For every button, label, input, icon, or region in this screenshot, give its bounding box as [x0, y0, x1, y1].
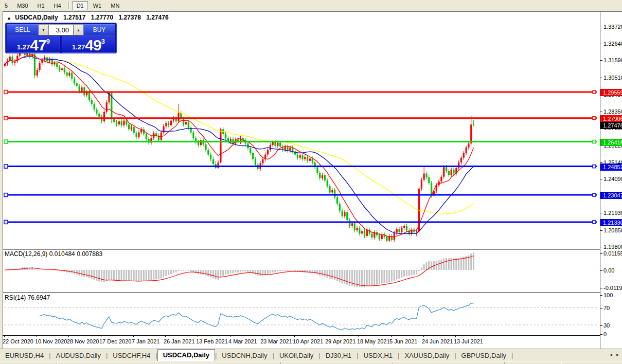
- date-label: 28 Nov 2020: [67, 338, 99, 344]
- date-tick: [327, 335, 327, 337]
- chart-tab-ukoil-daily[interactable]: UKOil,Daily: [274, 350, 318, 361]
- macd-signal-line: [5, 256, 474, 286]
- macd-tick-label: 0.00: [603, 267, 614, 274]
- price-tick: [600, 162, 602, 163]
- price-axis[interactable]: 1.337201.326401.315901.305101.294301.283…: [600, 11, 622, 349]
- chart-tab-usdcnh-daily[interactable]: USDCNH,Daily: [217, 350, 272, 361]
- date-tick: [391, 335, 392, 337]
- ohlc-high: 1.27770: [91, 14, 113, 21]
- macd-tick: [600, 270, 602, 271]
- buy-price-display[interactable]: 1.27 49 3: [62, 37, 115, 53]
- date-tick: [294, 335, 295, 337]
- rsi-tick: [600, 325, 602, 326]
- rsi-tick-label: 30: [603, 322, 610, 329]
- date-label: 13 Feb 2021: [196, 338, 228, 344]
- date-label: 13 Jul 2021: [454, 338, 483, 344]
- date-tick: [68, 335, 69, 337]
- buy-price-prefix: 1.27: [72, 43, 85, 51]
- ma-20-line: [5, 57, 474, 234]
- ma-50-line: [5, 57, 474, 214]
- macd-tick-label: 0.011551: [603, 250, 622, 257]
- status-bar: [0, 361, 622, 364]
- rsi-canvas[interactable]: [3, 293, 600, 335]
- hline-handle-left: [4, 116, 8, 120]
- hline-handle-left: [4, 140, 8, 143]
- date-tick: [165, 335, 166, 337]
- chart-tab-eurusd-h4[interactable]: EURUSD,H4: [0, 350, 49, 361]
- chart-tab-usdchf-h4[interactable]: USDCHF,H4: [108, 350, 155, 361]
- chart-tab-xauusd-daily[interactable]: XAUUSD,Daily: [399, 350, 454, 361]
- date-label: 18 May 2021: [357, 338, 390, 344]
- timeframe-button-w1[interactable]: W1: [89, 1, 106, 10]
- date-tick: [455, 335, 456, 337]
- status-divider: [392, 362, 393, 364]
- price-tick: [600, 179, 602, 179]
- price-line-badge: 1.27906: [600, 115, 622, 122]
- date-label: 10 Nov 2020: [35, 338, 67, 344]
- rsi-tick-label: 70: [603, 305, 610, 311]
- timeframe-button-m30[interactable]: M30: [13, 1, 32, 10]
- hline-handle-left: [4, 90, 8, 94]
- date-tick: [4, 335, 5, 337]
- chart-tab-audusd-daily[interactable]: AUDUSD,Daily: [51, 350, 106, 361]
- buy-price-big: 49: [85, 39, 101, 52]
- price-tick-label: 1.20850: [603, 227, 622, 233]
- chart-tab-dj30-h1[interactable]: DJ30,H1: [321, 350, 357, 361]
- timeframe-button-5[interactable]: 5: [1, 1, 12, 10]
- date-label: 26 Jan 2021: [164, 338, 195, 344]
- sell-price-display[interactable]: 1.27 47 9: [7, 37, 60, 53]
- date-label: 24 Jun 2021: [422, 338, 453, 344]
- hline-handle-right: [593, 165, 596, 168]
- date-tick: [133, 335, 134, 337]
- timeframe-button-mn[interactable]: MN: [106, 1, 123, 10]
- macd-signal-value: 0.007883: [77, 250, 102, 258]
- current-price-badge: 1.27476: [600, 122, 622, 129]
- price-line-badge: 1.29559: [600, 89, 622, 96]
- chart-symbol-label: USDCAD,Daily: [15, 14, 58, 21]
- chart-tab-usdx-h1[interactable]: USDX,H1: [359, 350, 398, 361]
- price-tick-label: 1.21930: [603, 210, 622, 216]
- sell-price-big: 47: [30, 39, 46, 52]
- date-tick: [198, 335, 198, 337]
- timeframe-button-d1[interactable]: D1: [73, 1, 88, 10]
- time-axis-line: [3, 335, 600, 336]
- chart-tab-usdcad-daily[interactable]: USDCAD,Daily: [157, 349, 215, 361]
- price-tick-label: 1.33720: [603, 24, 622, 30]
- timeframe-button-h1[interactable]: H1: [33, 1, 49, 10]
- price-tick: [600, 213, 602, 213]
- hline-handle-left: [4, 165, 8, 168]
- date-label: 5 Jun 2021: [389, 338, 417, 344]
- volume-decrease-icon[interactable]: ▼: [39, 24, 48, 35]
- volume-increase-icon[interactable]: ▲: [74, 24, 83, 35]
- price-tick: [600, 44, 602, 44]
- price-line-badge: 1.23047: [600, 192, 622, 199]
- collapse-trade-panel-icon[interactable]: ▲: [7, 15, 11, 21]
- rsi-label: RSI(14) 76.6947: [5, 294, 50, 301]
- macd-main-value: 0.010484: [49, 250, 75, 258]
- ohlc-close: 1.27476: [146, 14, 168, 21]
- tab-scroll-left-icon[interactable]: ◂: [610, 352, 612, 357]
- date-tick: [101, 335, 101, 337]
- date-label: 23 Mar 2021: [260, 338, 292, 344]
- timeframe-button-h4[interactable]: H4: [50, 1, 65, 10]
- ohlc-open: 1.27517: [63, 14, 85, 21]
- hline-handle-right: [593, 140, 596, 143]
- sell-button[interactable]: SELL: [7, 24, 39, 35]
- hline-handle-right: [593, 221, 596, 224]
- chart-tab-gbpusd-daily[interactable]: GBPUSD,Daily: [456, 350, 511, 361]
- macd-tick-label: -0.011914: [603, 285, 622, 291]
- price-tick-label: 1.24090: [603, 176, 622, 182]
- hline-handle-left: [4, 220, 8, 224]
- buy-button[interactable]: BUY: [83, 24, 115, 35]
- price-tick-label: 1.30510: [603, 75, 622, 81]
- price-tick: [600, 247, 602, 247]
- hline-handle-right: [593, 90, 596, 94]
- ohlc-low: 1.27378: [118, 14, 140, 21]
- price-tick-label: 1.28350: [603, 108, 622, 115]
- volume-input[interactable]: 3.00: [48, 24, 74, 35]
- rsi-panel-separator[interactable]: [3, 292, 600, 294]
- price-tick: [600, 230, 602, 231]
- tab-scroll-right-icon[interactable]: ▸: [616, 352, 619, 357]
- date-tick: [230, 335, 230, 337]
- price-tick: [600, 78, 602, 78]
